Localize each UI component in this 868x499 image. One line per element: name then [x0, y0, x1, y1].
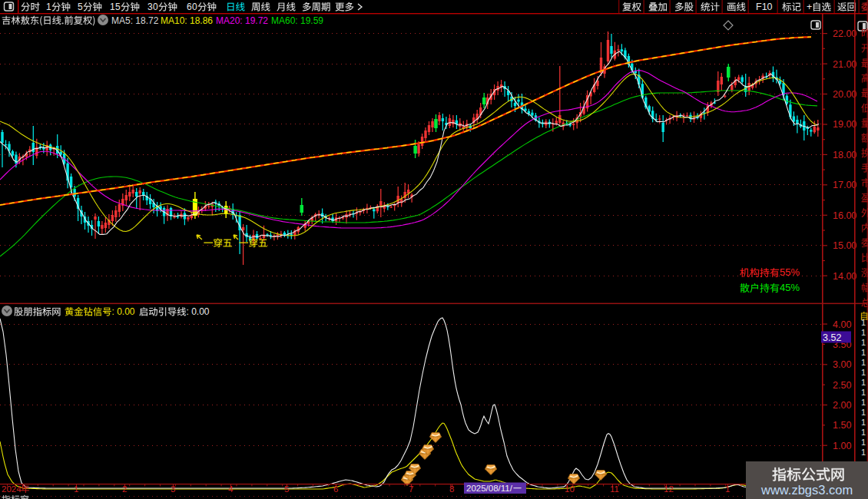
- svg-text:1: 1: [46, 2, 51, 12]
- svg-text:1: 1: [861, 418, 866, 427]
- svg-text:3.52: 3.52: [823, 332, 841, 343]
- svg-text:1: 1: [861, 428, 866, 437]
- svg-text:www.zbgs3.com: www.zbgs3.com: [760, 483, 853, 497]
- svg-text:19.00: 19.00: [833, 119, 856, 130]
- svg-text:17.00: 17.00: [833, 180, 856, 190]
- svg-text:0: 0: [192, 2, 197, 12]
- svg-text:3: 3: [147, 2, 153, 12]
- svg-text:+: +: [807, 2, 812, 12]
- svg-text:4.00: 4.00: [833, 319, 851, 330]
- svg-text:20.00: 20.00: [833, 89, 856, 100]
- svg-text:F10: F10: [756, 2, 773, 12]
- svg-text:55%: 55%: [780, 266, 800, 278]
- svg-text:10: 10: [565, 484, 575, 494]
- svg-text:5: 5: [115, 2, 121, 12]
- svg-text:MA20: 19.72: MA20: 19.72: [216, 15, 268, 26]
- svg-text:1: 1: [861, 338, 866, 347]
- svg-text:21.00: 21.00: [833, 59, 856, 70]
- svg-text:4: 4: [228, 484, 234, 494]
- svg-text:5: 5: [284, 484, 289, 494]
- svg-text:14.00: 14.00: [833, 271, 856, 282]
- svg-text:11: 11: [610, 484, 619, 494]
- svg-text:5: 5: [78, 2, 83, 12]
- svg-text:: 0.00: : 0.00: [112, 306, 135, 317]
- svg-text:1: 1: [861, 408, 866, 417]
- svg-text:2024: 2024: [2, 484, 22, 494]
- svg-text:8: 8: [449, 484, 454, 494]
- svg-text:1: 1: [861, 358, 866, 367]
- svg-text:18.00: 18.00: [833, 150, 856, 160]
- svg-text:7: 7: [409, 484, 413, 494]
- svg-text:3.00: 3.00: [833, 359, 851, 370]
- svg-text:22.00: 22.00: [833, 28, 856, 39]
- svg-text:1: 1: [861, 448, 866, 457]
- svg-text:3: 3: [171, 484, 175, 494]
- svg-text:1: 1: [861, 398, 866, 407]
- svg-text:MA5: 18.72: MA5: 18.72: [111, 15, 159, 26]
- svg-text:1: 1: [861, 348, 866, 357]
- svg-text:2.00: 2.00: [833, 400, 851, 411]
- svg-text:16.00: 16.00: [833, 210, 856, 221]
- svg-text:6: 6: [333, 484, 338, 494]
- svg-text:15.00: 15.00: [833, 240, 856, 251]
- svg-text:: 0.00: : 0.00: [187, 306, 210, 317]
- svg-text:1: 1: [861, 388, 866, 397]
- svg-text:1: 1: [861, 318, 866, 327]
- svg-text:1: 1: [861, 328, 866, 337]
- svg-text:2: 2: [122, 484, 127, 494]
- svg-text:1: 1: [861, 438, 866, 447]
- svg-text:6: 6: [187, 2, 192, 12]
- svg-text:0: 0: [153, 2, 158, 12]
- svg-text:1: 1: [74, 484, 78, 494]
- svg-text:45%: 45%: [780, 282, 800, 293]
- svg-text:1: 1: [110, 2, 115, 12]
- svg-text:1: 1: [725, 484, 730, 494]
- svg-text:12: 12: [664, 484, 674, 494]
- svg-text:2.50: 2.50: [833, 380, 851, 391]
- svg-text:1: 1: [861, 368, 866, 377]
- svg-text:MA60: 19.59: MA60: 19.59: [271, 15, 323, 26]
- svg-text:MA10: 18.86: MA10: 18.86: [161, 15, 213, 26]
- svg-text:2025/08/11/: 2025/08/11/: [466, 484, 513, 493]
- svg-text:1.00: 1.00: [833, 441, 851, 451]
- svg-text:1: 1: [861, 378, 866, 387]
- svg-text:1.50: 1.50: [833, 420, 851, 431]
